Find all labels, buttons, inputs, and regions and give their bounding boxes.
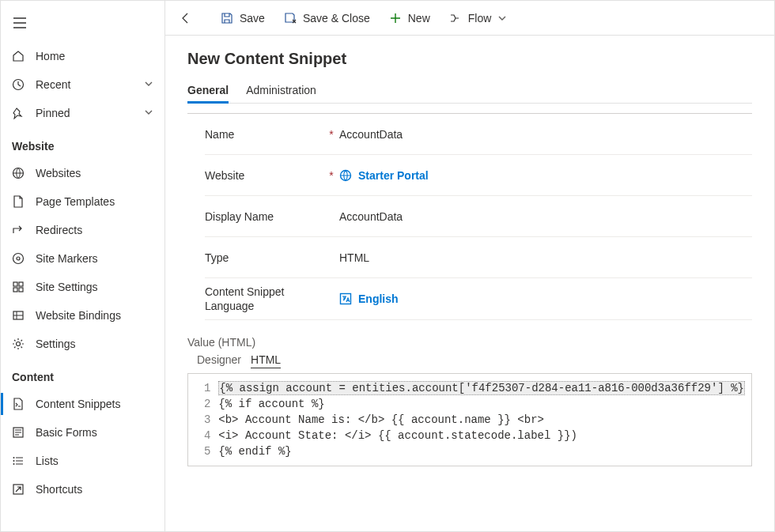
plus-icon (389, 12, 402, 25)
field-name[interactable]: Name * AccountData (205, 114, 752, 155)
sidebar-item-page-templates[interactable]: Page Templates (1, 187, 164, 216)
svg-rect-7 (19, 288, 23, 292)
sidebar-item-settings[interactable]: Settings (1, 330, 164, 358)
field-value[interactable]: AccountData (339, 128, 752, 141)
globe-icon (12, 167, 25, 179)
code-line: {% assign account = entities.account['f4… (218, 381, 745, 395)
chevron-down-icon (497, 13, 507, 23)
language-icon (339, 292, 352, 305)
nav-home[interactable]: Home (1, 42, 164, 70)
home-icon (12, 50, 25, 62)
section-website-header: Website (1, 127, 164, 159)
language-link: English (358, 292, 399, 305)
field-label: Type (205, 251, 323, 264)
save-icon (221, 12, 233, 25)
sidebar: Home Recent Pinned Website Websites Page… (1, 1, 165, 531)
field-value[interactable]: English (339, 292, 752, 305)
sidebar-item-redirects[interactable]: Redirects (1, 216, 164, 244)
svg-point-3 (17, 257, 20, 260)
svg-rect-6 (13, 288, 17, 292)
code-line: <b> Account Name is: </b> {{ account.nam… (218, 412, 745, 428)
field-value[interactable]: AccountData (339, 210, 752, 223)
marker-icon (12, 252, 25, 265)
save-button[interactable]: Save (213, 7, 273, 29)
sidebar-item-site-markers[interactable]: Site Markers (1, 244, 164, 273)
save-close-label: Save & Close (303, 12, 370, 25)
tab-general[interactable]: General (187, 77, 229, 103)
sidebar-item-content-snippets[interactable]: Content Snippets (1, 390, 164, 418)
new-button[interactable]: New (381, 7, 438, 29)
main-area: Save Save & Close New Flow New Content S… (165, 1, 774, 531)
back-icon (180, 12, 192, 25)
form-tabs: General Administration (187, 77, 752, 104)
gear-icon (12, 338, 25, 350)
chevron-down-icon (144, 107, 153, 119)
flow-label: Flow (468, 12, 492, 25)
settings-grid-icon (12, 281, 25, 293)
required-marker: * (323, 128, 339, 141)
editor-subtabs: Designer HTML (187, 352, 752, 368)
svg-point-12 (13, 460, 15, 462)
code-line: {% if account %} (218, 396, 745, 412)
sidebar-item-website-bindings[interactable]: Website Bindings (1, 301, 164, 330)
redirect-icon (12, 224, 25, 236)
hamburger-button[interactable] (1, 7, 39, 39)
sidebar-item-label: Lists (36, 455, 153, 467)
binding-icon (12, 309, 25, 322)
flow-icon (449, 12, 462, 25)
svg-point-11 (13, 457, 15, 458)
sidebar-item-label: Websites (36, 167, 153, 179)
snippet-icon (12, 398, 25, 410)
code-line: <i> Account State: </i> {{ account.state… (218, 428, 745, 443)
svg-point-2 (13, 254, 24, 264)
sidebar-item-label: Site Markers (36, 252, 153, 265)
sidebar-item-label: Page Templates (36, 195, 153, 208)
code-editor[interactable]: 12345 {% assign account = entities.accou… (187, 373, 752, 466)
sidebar-item-label: Website Bindings (36, 309, 153, 322)
field-type[interactable]: Type HTML (205, 237, 752, 278)
menu-icon (13, 17, 26, 28)
sidebar-item-site-settings[interactable]: Site Settings (1, 273, 164, 301)
list-icon (12, 455, 25, 467)
globe-icon (339, 169, 352, 182)
subtab-html[interactable]: HTML (251, 352, 281, 368)
website-link: Starter Portal (358, 169, 429, 182)
field-value[interactable]: HTML (339, 251, 752, 264)
sidebar-item-lists[interactable]: Lists (1, 447, 164, 475)
sidebar-item-label: Redirects (36, 224, 153, 236)
sidebar-item-label: Shortcuts (36, 483, 153, 496)
code-line: {% endif %} (218, 443, 745, 459)
code-content[interactable]: {% assign account = entities.account['f4… (218, 380, 751, 459)
page-icon (12, 195, 25, 208)
clock-icon (12, 78, 25, 91)
save-close-button[interactable]: Save & Close (276, 7, 378, 29)
svg-rect-16 (341, 294, 351, 304)
svg-rect-5 (19, 282, 23, 286)
shortcut-icon (12, 483, 25, 496)
field-label: Name (205, 128, 323, 141)
field-language[interactable]: Content Snippet Language English (205, 278, 752, 320)
subtab-designer[interactable]: Designer (197, 352, 241, 368)
nav-home-label: Home (36, 50, 153, 62)
sidebar-item-websites[interactable]: Websites (1, 159, 164, 187)
field-website[interactable]: Website * Starter Portal (205, 155, 752, 196)
sidebar-item-label: Content Snippets (36, 398, 153, 410)
field-display-name[interactable]: Display Name AccountData (205, 196, 752, 237)
line-gutter: 12345 (188, 380, 218, 459)
field-value[interactable]: Starter Portal (339, 169, 752, 182)
tab-administration[interactable]: Administration (246, 77, 316, 103)
sidebar-item-shortcuts[interactable]: Shortcuts (1, 475, 164, 504)
form-icon (12, 426, 25, 439)
sidebar-item-basic-forms[interactable]: Basic Forms (1, 418, 164, 447)
field-label: Website (205, 169, 323, 182)
svg-point-9 (17, 342, 21, 346)
back-button[interactable] (172, 7, 200, 29)
field-label: Display Name (205, 210, 323, 223)
nav-recent[interactable]: Recent (1, 70, 164, 99)
nav-pinned[interactable]: Pinned (1, 99, 164, 127)
pin-icon (12, 107, 25, 119)
flow-button[interactable]: Flow (441, 7, 516, 29)
chevron-down-icon (144, 78, 153, 91)
nav-recent-label: Recent (36, 78, 133, 91)
required-marker: * (323, 169, 339, 182)
